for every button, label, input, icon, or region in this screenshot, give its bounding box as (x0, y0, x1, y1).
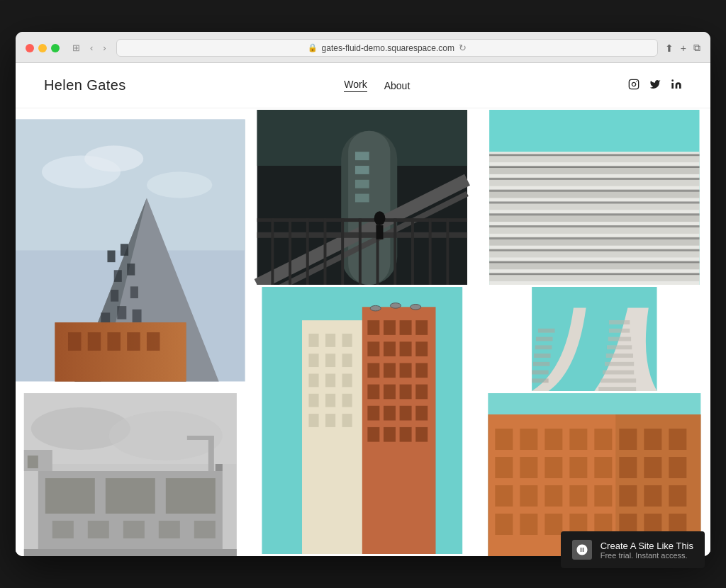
nav-about[interactable]: About (384, 80, 411, 91)
squarespace-logo (572, 540, 592, 560)
svg-point-2 (671, 79, 674, 81)
reload-icon: ↻ (459, 43, 467, 53)
lock-icon: 🔒 (308, 43, 318, 52)
squarespace-main-text: Create A Site Like This (601, 541, 693, 551)
svg-rect-0 (629, 79, 638, 89)
share-button[interactable]: ⬆ (665, 43, 674, 54)
instagram-icon[interactable] (628, 79, 640, 92)
social-icons (628, 79, 682, 92)
website-content: Helen Gates Work About (16, 63, 710, 556)
twitter-icon[interactable] (649, 79, 661, 92)
new-tab-button[interactable]: + (681, 43, 686, 54)
gallery-item-6[interactable] (16, 393, 247, 556)
site-nav: Work About (344, 79, 410, 92)
browser-actions: ⬆ + ⧉ (665, 42, 700, 54)
browser-window: ⊞ ‹ › 🔒 gates-fluid-demo.squarespace.com… (16, 32, 710, 556)
browser-controls: ⊞ ‹ › (69, 41, 109, 55)
address-bar[interactable]: 🔒 gates-fluid-demo.squarespace.com ↻ (116, 39, 658, 57)
url-text: gates-fluid-demo.squarespace.com (322, 43, 454, 53)
gallery-item-3[interactable] (479, 110, 710, 287)
gallery-grid (16, 108, 710, 556)
gallery-item-1[interactable] (16, 110, 247, 393)
traffic-lights (26, 44, 60, 52)
squarespace-sub-text: Free trial. Instant access. (601, 551, 693, 560)
minimize-button[interactable] (38, 44, 47, 52)
site-header: Helen Gates Work About (16, 63, 710, 108)
squarespace-text-block: Create A Site Like This Free trial. Inst… (601, 541, 693, 560)
close-button[interactable] (26, 44, 34, 52)
window-icon-button[interactable]: ⊞ (69, 41, 83, 55)
forward-button[interactable]: › (100, 41, 108, 55)
back-button[interactable]: ‹ (87, 41, 96, 55)
duplicate-button[interactable]: ⧉ (693, 42, 700, 54)
site-title: Helen Gates (44, 77, 126, 94)
linkedin-icon[interactable] (671, 79, 682, 92)
fullscreen-button[interactable] (51, 44, 60, 52)
nav-work[interactable]: Work (344, 79, 367, 92)
gallery-item-2[interactable] (247, 110, 479, 287)
gallery-item-4[interactable] (247, 287, 479, 556)
gallery-item-5[interactable] (479, 287, 710, 393)
browser-chrome: ⊞ ‹ › 🔒 gates-fluid-demo.squarespace.com… (16, 32, 710, 63)
squarespace-banner[interactable]: Create A Site Like This Free trial. Inst… (561, 531, 705, 568)
